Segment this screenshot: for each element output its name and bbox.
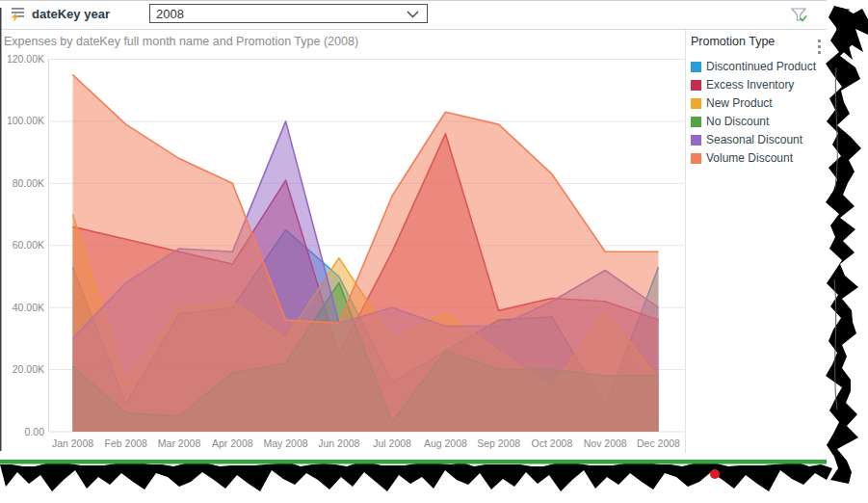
x-axis-tick-label: Dec 2008 [637,437,680,449]
y-axis-tick-label: 40.00K [13,302,44,313]
legend-swatch [691,135,701,146]
top-border [0,0,827,1]
slicer-bar: dateKey year 2008 [0,0,827,29]
legend-item-label: Excess Inventory [706,78,794,92]
legend-item-seasonal-discount[interactable]: Seasonal Discount [691,133,826,146]
chart-title: Expenses by dateKey full month name and … [4,35,358,48]
y-axis-tick-label: 60.00K [13,239,44,251]
y-axis-tick-label: 120.00K [7,53,44,65]
x-axis-tick-label: Sep 2008 [477,437,520,449]
y-axis-tick-label: 80.00K [13,177,44,189]
legend-item-label: Seasonal Discount [706,133,802,146]
year-dropdown[interactable]: 2008 [149,4,428,23]
legend-item-label: New Product [706,96,773,110]
dropdown-value: 2008 [156,7,184,21]
x-axis-tick-label: Aug 2008 [424,437,467,449]
y-axis-tick-label: 20.00K [13,363,44,375]
legend-item-volume-discount[interactable]: Volume Discount [691,151,826,165]
x-axis-tick-label: Mar 2008 [158,437,201,449]
legend-swatch [691,80,701,91]
slicer-kebab-menu-icon[interactable] [847,9,851,26]
x-axis-tick-label: Apr 2008 [212,437,253,449]
slicer-separator [0,29,827,30]
legend-item-discontinued-product[interactable]: Discontinued Product [691,60,826,73]
x-axis-tick-label: Feb 2008 [105,437,148,449]
y-axis-tick-label: 100.00K [7,115,44,126]
legend-swatch [691,117,701,127]
x-axis-tick-label: Nov 2008 [584,437,627,449]
x-axis-tick-label: Jun 2008 [318,437,359,449]
x-axis-tick-label: Jul 2008 [373,437,411,449]
x-axis-tick-label: Jan 2008 [52,437,93,449]
legend-item-new-product[interactable]: New Product [691,96,826,110]
legend-item-label: No Discount [706,115,769,128]
filter-check-icon[interactable] [790,6,809,25]
report-page: { "slicer": { "label": "dateKey year", "… [0,0,868,503]
area-volume-discount[interactable] [73,75,659,432]
y-axis-tick-label: 0.00 [25,426,45,437]
chevron-down-icon [407,11,419,18]
legend-item-no-discount[interactable]: No Discount [691,115,826,128]
legend-item-label: Discontinued Product [706,60,816,73]
legend-swatch [691,62,701,72]
x-axis-tick-label: May 2008 [264,437,308,449]
legend-kebab-menu-icon[interactable] [818,40,822,57]
slicer-list-icon [11,6,28,23]
legend-swatch [691,153,701,164]
legend-items: Discontinued ProductExcess InventoryNew … [691,60,826,165]
legend-item-label: Volume Discount [706,151,793,165]
legend-item-excess-inventory[interactable]: Excess Inventory [691,78,826,92]
legend-panel: Promotion Type Discontinued ProductExces… [691,35,826,170]
slicer-label: dateKey year [32,7,110,21]
legend-swatch [691,98,701,109]
legend-title: Promotion Type [691,35,826,48]
x-axis-tick-label: Oct 2008 [532,437,573,449]
